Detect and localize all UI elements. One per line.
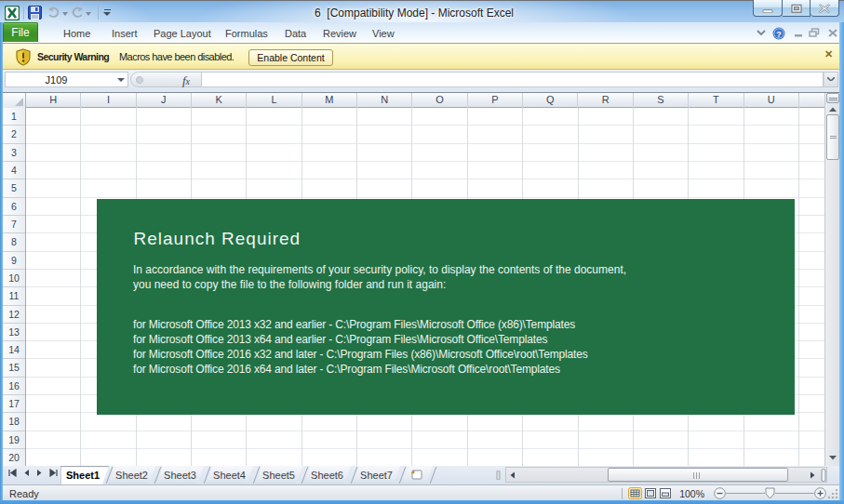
svg-text:?: ? — [776, 30, 782, 39]
